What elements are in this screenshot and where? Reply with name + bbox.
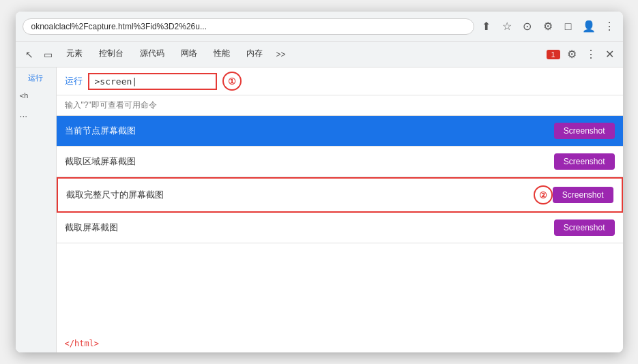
tab-performance[interactable]: 性能 [207,44,237,65]
tab-more[interactable]: >> [272,47,290,62]
command-label-fullsize: 截取完整尺寸的屏幕截图 [66,189,528,201]
tab-sources[interactable]: 源代码 [133,44,171,65]
window-icon[interactable]: □ [562,20,575,33]
command-item-screenshot[interactable]: 截取屏幕截图 Screenshot [57,213,623,243]
user-icon[interactable]: 👤 [582,20,596,33]
screenshot-button-4[interactable]: Screenshot [554,219,615,236]
tab-memory[interactable]: 内存 [240,44,270,65]
close-devtools-icon[interactable]: ✕ [603,47,618,62]
tab-elements[interactable]: 元素 [59,44,89,65]
cursor-icon[interactable]: ↖ [21,46,38,63]
command-item-current-node[interactable]: 当前节点屏幕截图 Screenshot [57,116,623,147]
console-hint: 输入"?"即可查看可用命令 [57,95,623,116]
tab-console[interactable]: 控制台 [92,44,130,65]
command-label-region: 截取区域屏幕截图 [65,155,554,168]
more-devtools-icon[interactable]: ⋮ [583,47,598,62]
browser-window: oknoalclacl%2Fcapture.html%3Fid%3D2%26u.… [16,12,623,352]
devtools-panel: ↖ ▭ 元素 控制台 源代码 网络 性能 内存 >> 1 ⚙ ⋮ ✕ 运行 <h… [16,42,623,352]
star-icon[interactable]: ☆ [500,20,514,33]
devtools-action-icons: 1 ⚙ ⋮ ✕ [547,47,618,62]
devtools-main: 运行 ① 输入"?"即可查看可用命令 当前节点屏幕截图 Screenshot 截 [57,67,623,352]
screenshot-button-3[interactable]: Screenshot [553,187,613,203]
toolbar-icons: ⬆ ☆ ⊙ ⚙ □ 👤 ⋮ [480,20,616,33]
more-icon[interactable]: ⋮ [603,20,616,33]
share-icon[interactable]: ⬆ [480,20,493,33]
run-button[interactable]: 运行 [65,75,83,87]
devtools-sidebar: 运行 <h ... [16,67,57,352]
puzzle-icon[interactable]: ⚙ [541,20,555,33]
device-icon[interactable]: ▭ [40,46,57,63]
tab-network[interactable]: 网络 [174,44,204,65]
command-label-current-node: 当前节点屏幕截图 [65,125,554,137]
devtools-tabs: ↖ ▭ 元素 控制台 源代码 网络 性能 内存 >> 1 ⚙ ⋮ ✕ [16,42,623,67]
sidebar-more: ... [18,106,53,122]
command-item-region[interactable]: 截取区域屏幕截图 Screenshot [57,147,623,177]
console-input[interactable] [88,73,217,90]
circle-badge-1: ① [222,72,242,91]
error-badge: 1 [547,50,560,59]
screenshot-button-2[interactable]: Screenshot [554,153,615,170]
camera-icon[interactable]: ⊙ [521,20,534,33]
html-tag: <h [18,89,53,103]
address-bar: oknoalclacl%2Fcapture.html%3Fid%3D2%26u.… [16,12,623,42]
run-sidebar-btn[interactable]: 运行 [18,70,53,86]
address-text: oknoalclacl%2Fcapture.html%3Fid%3D2%26u.… [31,22,207,31]
circle-badge-2: ② [534,185,553,204]
devtools-body: 运行 <h ... 运行 ① 输入"?"即可查看可用命令 当前 [16,67,623,352]
command-label-screenshot: 截取屏幕截图 [65,222,554,234]
address-input[interactable]: oknoalclacl%2Fcapture.html%3Fid%3D2%26u.… [23,18,474,35]
command-list: 当前节点屏幕截图 Screenshot 截取区域屏幕截图 Screenshot … [57,116,623,335]
settings-icon[interactable]: ⚙ [564,47,579,62]
command-item-fullsize[interactable]: 截取完整尺寸的屏幕截图 ② Screenshot [57,177,623,213]
console-input-area: 运行 ① [57,67,623,95]
screenshot-button-1[interactable]: Screenshot [554,123,615,139]
html-close-tag: </html> [57,335,623,352]
